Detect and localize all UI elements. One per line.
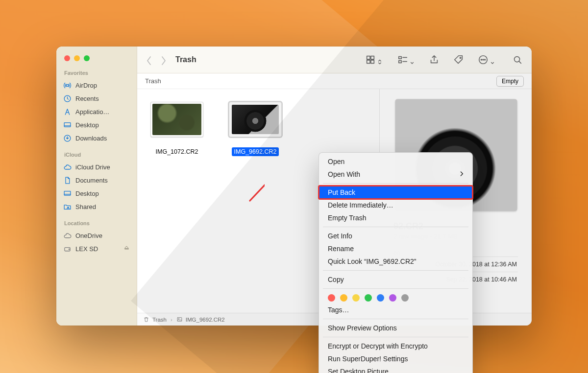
- svg-rect-13: [399, 61, 402, 63]
- share-button[interactable]: [429, 54, 440, 65]
- context-menu-item-delete-immediately[interactable]: Delete Immediately…: [319, 199, 472, 211]
- context-menu-item-open[interactable]: Open: [319, 155, 472, 168]
- sidebar-item-onedrive[interactable]: OneDrive: [56, 229, 137, 242]
- tag-color-green[interactable]: [365, 294, 372, 302]
- sidebar-item-icloud-drive[interactable]: iCloud Drive: [56, 161, 137, 174]
- window-controls: [56, 50, 137, 68]
- sidebar-item-label: Documents: [75, 177, 108, 184]
- tag-color-orange[interactable]: [340, 294, 347, 302]
- svg-point-21: [178, 319, 179, 320]
- context-menu-separator: [323, 183, 468, 184]
- view-icons-button[interactable]: [365, 54, 382, 65]
- svg-rect-9: [371, 56, 374, 59]
- path-separator-icon: [170, 317, 173, 323]
- sidebar-section-favorites: Favorites: [56, 68, 137, 79]
- sidebar-item-desktop-icloud[interactable]: Desktop: [56, 187, 137, 200]
- zoom-icon[interactable]: [84, 55, 90, 61]
- chevron-down-icon: [410, 58, 414, 62]
- context-menu-separator: [323, 319, 468, 319]
- context-menu-item-quick-look[interactable]: Quick Look “IMG_9692.CR2”: [319, 255, 472, 268]
- context-menu-item-open-with[interactable]: Open With: [319, 168, 472, 181]
- sidebar-item-label: OneDrive: [75, 232, 102, 239]
- context-menu-separator: [323, 337, 468, 337]
- context-menu-item-superduper[interactable]: Run SuperDuper! Settings: [319, 352, 472, 365]
- airdrop-icon: [63, 81, 72, 90]
- sidebar-item-label: AirDrop: [75, 82, 97, 89]
- location-header: Trash Empty: [137, 73, 532, 89]
- svg-point-17: [483, 59, 484, 60]
- context-menu-item-tags[interactable]: Tags…: [319, 303, 472, 316]
- context-menu-item-set-desktop-picture[interactable]: Set Desktop Picture: [319, 365, 472, 373]
- context-menu-item-get-info[interactable]: Get Info: [319, 230, 472, 242]
- sidebar-section-icloud: iCloud: [56, 150, 137, 161]
- svg-rect-4: [64, 191, 71, 196]
- context-menu-item-encrypto[interactable]: Encrypt or Decrypt with Encrypto: [319, 340, 472, 352]
- context-menu-tag-colors: [319, 291, 472, 303]
- sidebar-section-locations: Locations: [56, 218, 137, 229]
- sidebar-item-label: Recents: [75, 95, 99, 102]
- svg-rect-2: [64, 123, 71, 127]
- path-segment[interactable]: Trash: [152, 317, 167, 323]
- tag-color-yellow[interactable]: [352, 294, 360, 302]
- sidebar-item-downloads[interactable]: Downloads: [56, 132, 137, 145]
- desktop-icon: [63, 189, 72, 198]
- sidebar-item-documents[interactable]: Documents: [56, 174, 137, 187]
- tag-color-gray[interactable]: [401, 294, 409, 302]
- cloud-icon: [63, 232, 72, 240]
- group-by-button[interactable]: [397, 54, 414, 65]
- context-menu: Open Open With Put Back Delete Immediate…: [318, 152, 473, 373]
- eject-icon[interactable]: [123, 245, 130, 253]
- sidebar-item-recents[interactable]: Recents: [56, 92, 137, 105]
- sidebar-item-label: iCloud Drive: [75, 163, 110, 171]
- document-icon: [63, 176, 72, 185]
- empty-trash-button[interactable]: Empty: [496, 76, 524, 87]
- forward-button[interactable]: [161, 56, 167, 64]
- svg-point-15: [479, 56, 488, 64]
- context-menu-item-put-back[interactable]: Put Back: [319, 186, 472, 199]
- svg-rect-10: [367, 60, 370, 63]
- toolbar: Trash: [137, 47, 532, 73]
- context-menu-item-copy[interactable]: Copy: [319, 273, 472, 286]
- desktop-icon: [63, 121, 72, 129]
- chevron-down-icon: [490, 58, 494, 62]
- chevron-right-icon: [460, 170, 464, 178]
- close-icon[interactable]: [64, 55, 70, 61]
- downloads-icon: [63, 134, 72, 142]
- more-icon: [478, 54, 489, 65]
- file-item[interactable]: IMG_1072.CR2: [145, 102, 209, 300]
- minimize-icon[interactable]: [74, 55, 80, 61]
- context-menu-item-show-preview-options[interactable]: Show Preview Options: [319, 322, 472, 334]
- grid-icon: [365, 54, 376, 65]
- actions-button[interactable]: [478, 54, 494, 65]
- context-menu-separator: [323, 270, 468, 271]
- sidebar-item-applications[interactable]: Applicatio…: [56, 105, 137, 118]
- sidebar-item-lex-sd[interactable]: LEX SD: [56, 242, 137, 256]
- sidebar-item-shared[interactable]: Shared: [56, 200, 137, 213]
- context-menu-separator: [323, 227, 468, 227]
- disk-icon: [63, 245, 72, 253]
- tag-color-red[interactable]: [328, 294, 335, 302]
- sidebar-item-airdrop[interactable]: AirDrop: [56, 79, 137, 92]
- sidebar-item-label: Applicatio…: [75, 108, 109, 116]
- chevron-updown-icon: [378, 58, 382, 62]
- clock-icon: [63, 94, 72, 103]
- search-button[interactable]: [512, 54, 523, 65]
- svg-rect-11: [371, 60, 374, 63]
- group-icon: [397, 54, 408, 65]
- sidebar-item-label: Desktop: [75, 121, 99, 129]
- svg-point-18: [485, 59, 486, 60]
- tags-button[interactable]: [453, 54, 464, 65]
- context-menu-item-empty-trash[interactable]: Empty Trash: [319, 211, 472, 224]
- file-name: IMG_9692.CR2: [232, 147, 279, 156]
- desktop-background: Favorites AirDrop Recents Applicatio… De…: [0, 0, 588, 373]
- path-segment[interactable]: IMG_9692.CR2: [186, 317, 225, 323]
- tag-color-purple[interactable]: [389, 294, 396, 302]
- back-button[interactable]: [146, 56, 152, 64]
- file-thumbnail: [150, 102, 203, 137]
- file-item-selected[interactable]: IMG_9692.CR2: [223, 102, 287, 300]
- tag-color-blue[interactable]: [377, 294, 384, 302]
- sidebar-item-desktop[interactable]: Desktop: [56, 118, 137, 132]
- context-menu-item-rename[interactable]: Rename: [319, 242, 472, 255]
- svg-point-19: [514, 57, 520, 62]
- file-thumbnail: [229, 102, 282, 137]
